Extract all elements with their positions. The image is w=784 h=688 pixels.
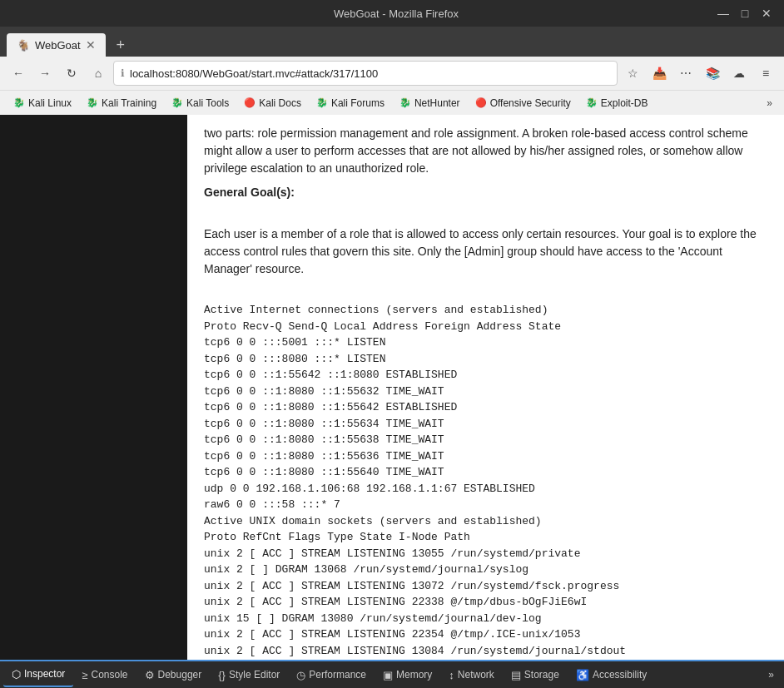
devtool-storage[interactable]: ▤ Storage: [503, 664, 568, 686]
bookmark-kali-training[interactable]: 🐉 Kali Training: [80, 95, 163, 111]
security-icon: ℹ: [121, 67, 125, 79]
performance-icon: ◷: [296, 669, 305, 681]
page-content-area: two parts: role permission management an…: [187, 115, 784, 660]
net-line-8: tcp6 0 0 ::1:8080 ::1:55638 TIME_WAIT: [204, 432, 767, 448]
bookmarks-button[interactable]: ☆: [621, 62, 644, 85]
back-button[interactable]: ←: [7, 62, 30, 85]
bookmark-kali-linux-label: Kali Linux: [28, 97, 72, 109]
main-content: two parts: role permission management an…: [0, 115, 784, 660]
bookmark-exploit-db[interactable]: 🐉 Exploit-DB: [579, 95, 655, 111]
net-line-12: raw6 0 0 :::58 :::* 7: [204, 497, 767, 513]
net-line-3: tcp6 0 0 :::8080 :::* LISTEN: [204, 351, 767, 368]
tab-favicon: 🐐: [17, 39, 30, 52]
titlebar: WebGoat - Mozilla Firefox — □ ✕: [0, 0, 784, 27]
address-bar[interactable]: ℹ localhost:8080/WebGoat/start.mvc#attac…: [113, 61, 618, 86]
devtool-inspector[interactable]: ⬡ Inspector: [3, 663, 73, 687]
bookmark-offensive-security-label: Offensive Security: [490, 97, 571, 109]
window-controls[interactable]: — □ ✕: [716, 6, 774, 21]
nav-extras: ☆ 📥 ⋯ 📚 ☁ ≡: [621, 62, 777, 85]
reload-button[interactable]: ↻: [60, 62, 83, 85]
devtool-performance[interactable]: ◷ Performance: [288, 664, 375, 686]
sync-button[interactable]: ☁: [727, 62, 751, 85]
kali-training-icon: 🐉: [87, 97, 98, 108]
new-tab-button[interactable]: +: [109, 33, 132, 57]
net-line-15: unix 2 [ ACC ] STREAM LISTENING 13055 /r…: [204, 546, 767, 562]
net-line-18: unix 2 [ ACC ] STREAM LISTENING 22338 @/…: [204, 594, 767, 611]
net-line-17: unix 2 [ ACC ] STREAM LISTENING 13072 /r…: [204, 578, 767, 595]
console-icon: ≥: [82, 669, 87, 681]
storage-icon: ▤: [511, 669, 521, 681]
net-line-7: tcp6 0 0 ::1:8080 ::1:55634 TIME_WAIT: [204, 416, 767, 433]
offensive-security-icon: 🔴: [475, 97, 487, 108]
memory-label: Memory: [396, 669, 432, 681]
tab-bar: 🐐 WebGoat ✕ +: [0, 27, 784, 57]
devtool-style-editor[interactable]: {} Style Editor: [210, 664, 288, 686]
more-options-button[interactable]: ⋯: [674, 62, 697, 85]
net-line-21: unix 2 [ ACC ] STREAM LISTENING 13084 /r…: [204, 643, 767, 660]
sidebar: [0, 115, 187, 660]
bookmarks-more-button[interactable]: »: [762, 95, 777, 111]
nethunter-icon: 🐉: [399, 97, 411, 108]
devtool-debugger[interactable]: ⚙ Debugger: [136, 664, 211, 686]
kali-docs-icon: 🔴: [244, 97, 256, 108]
memory-icon: ▣: [383, 669, 393, 681]
tab-close-button[interactable]: ✕: [86, 38, 96, 52]
style-editor-label: Style Editor: [229, 669, 280, 681]
network-icon: ↕: [449, 669, 454, 681]
bookmark-nethunter[interactable]: 🐉 NetHunter: [393, 95, 467, 111]
tab-webgoat[interactable]: 🐐 WebGoat ✕: [7, 33, 106, 57]
devtool-network[interactable]: ↕ Network: [440, 664, 503, 686]
goal-paragraph: Each user is a member of a role that is …: [204, 225, 767, 278]
network-output: Active Internet connections (servers and…: [204, 302, 767, 660]
close-button[interactable]: ✕: [759, 6, 774, 21]
home-button[interactable]: ⌂: [87, 62, 110, 85]
minimize-button[interactable]: —: [716, 6, 731, 21]
net-line-19: unix 15 [ ] DGRAM 13080 /run/systemd/jou…: [204, 611, 767, 627]
bookmark-kali-tools-label: Kali Tools: [186, 97, 229, 109]
bookmark-exploit-db-label: Exploit-DB: [601, 97, 648, 109]
bookmark-offensive-security[interactable]: 🔴 Offensive Security: [469, 95, 578, 111]
accessibility-label: Accessibility: [593, 669, 647, 681]
net-line-14: Proto RefCnt Flags Type State I-Node Pat…: [204, 529, 767, 546]
net-line-10: tcp6 0 0 ::1:8080 ::1:55640 TIME_WAIT: [204, 464, 767, 481]
forward-button[interactable]: →: [33, 62, 57, 85]
kali-forums-icon: 🐉: [316, 97, 328, 108]
net-line-6: tcp6 0 0 ::1:8080 ::1:55642 ESTABLISHED: [204, 399, 767, 416]
debugger-icon: ⚙: [145, 669, 155, 681]
bookmark-kali-training-label: Kali Training: [102, 97, 156, 109]
bookmarks-bar: 🐉 Kali Linux 🐉 Kali Training 🐉 Kali Tool…: [0, 90, 784, 115]
devtools-bar: ⬡ Inspector ≥ Console ⚙ Debugger {} Styl…: [0, 660, 784, 688]
bookmark-kali-docs[interactable]: 🔴 Kali Docs: [237, 95, 308, 111]
inspector-label: Inspector: [24, 668, 65, 680]
devtool-accessibility[interactable]: ♿ Accessibility: [568, 664, 655, 686]
net-line-4: tcp6 0 0 ::1:55642 ::1:8080 ESTABLISHED: [204, 367, 767, 384]
devtool-console[interactable]: ≥ Console: [73, 664, 136, 686]
storage-label: Storage: [524, 669, 559, 681]
devtools-more-button[interactable]: »: [762, 664, 781, 686]
inspector-icon: ⬡: [12, 668, 21, 681]
console-label: Console: [92, 669, 128, 681]
pocket-button[interactable]: 📥: [648, 62, 671, 85]
net-line-20: unix 2 [ ACC ] STREAM LISTENING 22354 @/…: [204, 626, 767, 643]
intro-paragraph: two parts: role permission management an…: [204, 125, 767, 177]
bookmark-kali-forums-label: Kali Forums: [331, 97, 385, 109]
network-label: Network: [458, 669, 494, 681]
devtool-memory[interactable]: ▣ Memory: [375, 664, 440, 686]
net-line-16: unix 2 [ ] DGRAM 13068 /run/systemd/jour…: [204, 562, 767, 578]
menu-button[interactable]: ≡: [754, 62, 777, 85]
history-sidebar-button[interactable]: 📚: [701, 62, 724, 85]
net-line-11: udp 0 0 192.168.1.106:68 192.168.1.1:67 …: [204, 481, 767, 497]
net-line-9: tcp6 0 0 ::1:8080 ::1:55636 TIME_WAIT: [204, 448, 767, 465]
style-editor-icon: {}: [218, 669, 226, 681]
tab-label: WebGoat: [35, 39, 81, 52]
bookmark-kali-docs-label: Kali Docs: [259, 97, 301, 109]
maximize-button[interactable]: □: [737, 6, 752, 21]
devtools-more-label: »: [768, 669, 774, 681]
debugger-label: Debugger: [158, 669, 202, 681]
bookmark-kali-tools[interactable]: 🐉 Kali Tools: [165, 95, 236, 111]
bookmark-kali-linux[interactable]: 🐉 Kali Linux: [7, 95, 78, 111]
exploit-db-icon: 🐉: [586, 97, 598, 108]
net-line-1: Proto Recv-Q Send-Q Local Address Foreig…: [204, 319, 767, 335]
kali-tools-icon: 🐉: [171, 97, 183, 108]
bookmark-kali-forums[interactable]: 🐉 Kali Forums: [310, 95, 391, 111]
